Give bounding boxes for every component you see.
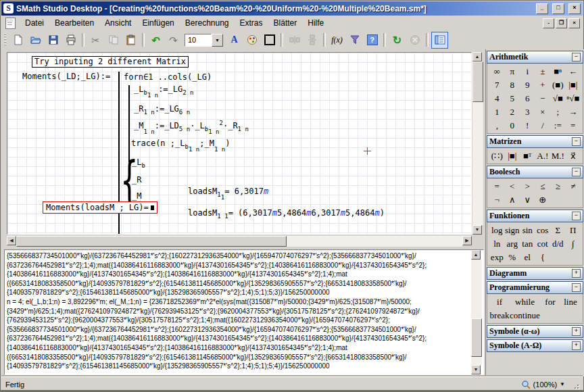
document-icon[interactable] [5,18,16,29]
close-button[interactable]: × [568,3,581,14]
palette-header[interactable]: Symbole (A-Ω)+ [487,339,583,352]
palette-button[interactable]: → [566,105,581,118]
redo-button[interactable]: ↷ [165,32,182,49]
palette-button[interactable]: exp [489,251,505,264]
collapse-icon[interactable]: − [572,168,581,176]
palette-header[interactable]: Symbole (α-ω)+ [487,325,583,338]
function-button[interactable]: f(x) [328,32,345,49]
zoom-level[interactable]: (100%) [533,381,557,389]
statement-Lb[interactable]: _Lb1 n := _LG2 n [134,84,194,94]
palette-header[interactable]: Boolesch− [487,166,583,178]
recalculate-button[interactable]: ↻ [389,32,406,49]
palette-button[interactable]: := [550,119,566,132]
palette-button[interactable]: ⊕ [535,193,551,206]
mdi-restore-button[interactable]: ❐ [556,18,567,28]
system-item-Lb[interactable]: _Lb [132,157,145,167]
output-vertical-scrollbar[interactable]: ▲ ▼ [471,250,482,374]
palette-button[interactable]: { [535,251,551,264]
palette-button[interactable]: 1 [489,105,505,118]
expand-icon[interactable]: + [572,341,581,350]
palette-button[interactable]: while [510,295,540,308]
font-color-button[interactable]: A [226,32,243,49]
palette-button[interactable]: arg [505,237,520,250]
palette-button[interactable]: sign [505,224,520,237]
canvas-vertical-scrollbar[interactable]: ▲ ▼ [472,52,483,235]
collapse-icon[interactable]: − [572,212,581,220]
palette-button[interactable]: + [535,78,551,91]
scroll-up-arrow[interactable]: ▲ [471,250,481,260]
print-button[interactable] [62,32,79,49]
palette-button[interactable]: Π [566,224,581,237]
canvas-horizontal-scrollbar[interactable]: ◀ ▶ [7,236,472,247]
palette-button[interactable]: √■ [550,92,566,105]
palette-button[interactable]: ■ⁿ [550,65,566,78]
palette-button[interactable]: 8 [505,78,520,91]
scroll-track[interactable] [472,62,483,225]
zoom-dropdown-arrow[interactable]: ▼ [560,381,565,387]
palette-button[interactable]: ≥ [550,180,566,193]
palette-button[interactable]: ; [550,105,566,118]
scroll-track[interactable] [471,260,482,365]
palette-button[interactable]: = [566,119,581,132]
palette-button[interactable]: for [540,295,560,308]
palette-button[interactable]: (■) [550,78,566,91]
undo-button[interactable]: ↶ [147,32,164,49]
palette-button[interactable]: break [489,309,510,322]
result-loadsM-row[interactable]: loadsM1 1 = ( 6,3017 m 5,4864 m 6,3017 m… [188,208,385,218]
palette-button[interactable]: 9 [520,78,535,91]
menu-item-einfügen[interactable]: Einfügen [137,17,179,29]
font-size-dropdown[interactable]: ▼ [212,34,223,47]
minimize-button[interactable]: _ [536,3,548,14]
border-button[interactable] [261,32,278,49]
palette-button[interactable]: log [489,224,505,237]
scroll-down-arrow[interactable]: ▼ [472,225,482,235]
scroll-right-arrow[interactable]: ▶ [462,236,472,245]
palette-button[interactable]: ≤ [535,180,551,193]
palette-button[interactable]: i [520,65,535,78]
palette-button[interactable]: ∫ [566,237,581,250]
statement-R[interactable]: _R1 n := _LG6 n [134,104,190,114]
scroll-left-arrow[interactable]: ◀ [7,236,16,245]
palette-button[interactable]: π [505,65,520,78]
palette-button[interactable]: ■ᵀ [520,149,535,162]
palette-button[interactable]: ∨ [520,193,535,206]
scroll-track[interactable] [16,236,462,247]
palette-button[interactable]: ⁿ√■ [566,92,581,105]
align-horizontal-button[interactable] [286,32,303,49]
scroll-thumb[interactable] [16,236,287,247]
palette-button[interactable]: 6 [520,92,535,105]
palette-button[interactable]: ¬ [489,193,505,206]
side-panels-toggle-button[interactable] [431,32,448,49]
palette-button[interactable]: ± [535,65,551,78]
scroll-up-arrow[interactable]: ▲ [472,52,482,62]
palette-button[interactable]: ! [520,119,535,132]
help-button[interactable]: ? [364,32,381,49]
scroll-down-arrow[interactable]: ▼ [471,365,481,374]
palette-button[interactable]: x⃗ [566,149,581,162]
palette-button[interactable]: ∧ [505,193,520,206]
palette-button[interactable]: , [489,119,505,132]
scroll-thumb[interactable] [472,62,483,102]
mdi-minimize-button[interactable]: - [543,18,554,28]
palette-button[interactable]: 0 [505,119,520,132]
menu-item-blätter[interactable]: Blätter [268,17,303,29]
filter-button[interactable] [346,32,363,49]
collapse-icon[interactable]: − [572,283,581,292]
palette-button[interactable]: 7 [489,78,505,91]
palette-button[interactable]: line [560,295,581,308]
palette-button[interactable]: ← [566,65,581,78]
background-color-button[interactable] [243,32,260,49]
note-box[interactable]: Try inputing 2 different Matrix [32,56,189,68]
output-pane[interactable]: {535666837734501000*'kg}/{63723676445298… [4,249,484,375]
palette-button[interactable]: % [505,251,520,264]
palette-button[interactable]: < [505,180,520,193]
zoom-magnifier-icon[interactable] [521,380,531,389]
palette-header[interactable]: Matrizen− [487,135,583,148]
result-loadsM-scalar[interactable]: loadsM11 = 6,3017 m [188,187,268,196]
stop-button[interactable] [406,32,423,49]
font-size-value[interactable]: 10 [185,34,212,47]
cut-button[interactable]: ✂ [87,32,104,49]
palette-button[interactable]: 5 [505,92,520,105]
statement-M[interactable]: _M1 n := _LD5 n·_Lb1 n2·_R1 n [134,121,249,130]
function-definition-lhs[interactable]: Moments (_LD ; _LG) := [22,72,110,81]
